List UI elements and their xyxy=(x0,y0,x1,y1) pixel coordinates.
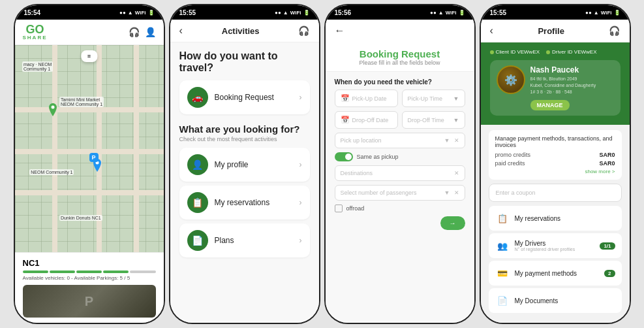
payment-badge: 2 xyxy=(604,270,615,277)
phone-profile: 15:55 ●● ▲ WiFi 🔋 ‹ Profile 🎧 Client ID … xyxy=(480,4,631,324)
back-button-3[interactable]: ← xyxy=(335,25,345,37)
destinations-field[interactable]: Destinations ✕ xyxy=(335,165,465,181)
profile-name: Nash Paucek xyxy=(530,65,614,74)
pickup-location-label: Pick up location xyxy=(341,137,382,144)
dropoff-time-label: Drop-Off Time xyxy=(408,117,444,123)
area-name: NC1 xyxy=(23,258,156,268)
time-3: 15:56 xyxy=(335,9,352,16)
user-icon[interactable]: 👤 xyxy=(145,27,156,37)
chevron-icon-1: › xyxy=(299,93,302,102)
pickup-date-field[interactable]: 📅 Pick-Up Date xyxy=(335,90,398,107)
my-profile-item[interactable]: 👤 My profile › xyxy=(179,148,310,182)
clear-icon-dest[interactable]: ✕ xyxy=(454,170,459,176)
payment-icon: 💳 xyxy=(495,266,510,280)
pickup-time-label: Pick-Up Time xyxy=(408,95,443,102)
dropoff-date-field[interactable]: 📅 Drop-Off Date xyxy=(335,111,398,129)
calendar-icon-1: 📅 xyxy=(341,94,350,103)
show-more[interactable]: show more > xyxy=(495,169,615,174)
svg-point-0 xyxy=(51,105,54,108)
driver-dot xyxy=(546,50,550,54)
clear-icon-pickup[interactable]: ✕ xyxy=(454,137,459,144)
coupon-field[interactable]: Enter a coupon xyxy=(489,184,622,202)
destinations-label: Destinations xyxy=(341,170,373,176)
map-area[interactable]: macy · NEOMCommunity 1 Tamimi Mini Marke… xyxy=(15,45,164,252)
map-pin-1[interactable] xyxy=(48,103,58,116)
coupon-placeholder: Enter a coupon xyxy=(496,189,536,196)
pickup-time-field[interactable]: Pick-Up Time ▼ xyxy=(402,90,465,107)
offroad-row: offroad xyxy=(335,205,465,212)
date-row-pickup: 📅 Pick-Up Date Pick-Up Time ▼ xyxy=(335,90,465,107)
booking-request-left: 🚗 Booking Request xyxy=(187,87,274,108)
passengers-label: Select number of passengers xyxy=(341,189,417,196)
section1-heading: How do you want to travel? xyxy=(179,50,310,74)
road-h1 xyxy=(15,107,164,112)
plans-icon: 📄 xyxy=(187,230,208,251)
same-as-pickup-toggle[interactable] xyxy=(335,152,353,161)
drivers-sublabel: N° of registered driver profiles xyxy=(515,247,575,252)
clear-icon-passengers[interactable]: ✕ xyxy=(454,189,459,196)
bottom-panel: NC1 Available vehicles: 0 - Available Pa… xyxy=(15,252,164,323)
what-sub: Check out the most frequent activities xyxy=(179,136,310,142)
my-reservations-item[interactable]: 📋 My reservations › xyxy=(179,186,310,220)
passengers-field[interactable]: Select number of passengers ▼ ✕ xyxy=(335,185,465,201)
my-reservations-left-4: 📋 My reservations xyxy=(495,211,561,225)
client-id-text: Client ID VEWwEX xyxy=(496,49,540,55)
my-reservations-icon: 📋 xyxy=(187,192,208,213)
booking-title-section: Booking Request Please fill in all the f… xyxy=(326,42,474,72)
profile-card: ⚙️ Nash Paucek 84 tfd tk, Bloutton 2049K… xyxy=(490,60,621,116)
status-icons-3: ●● ▲ WiFi 🔋 xyxy=(430,10,465,16)
bar-seg-3 xyxy=(76,271,102,273)
payment-methods-menu-item[interactable]: 💳 My payment methods 2 xyxy=(489,261,622,286)
booking-nav-header: ← xyxy=(326,20,474,42)
my-documents-menu-item[interactable]: 📄 My Documents xyxy=(489,288,622,313)
profile-body: Manage payment methods, transactions, an… xyxy=(481,125,630,323)
phone-map: 15:54 ●● ▲ WiFi 🔋 GO SHARE 🎧 👤 xyxy=(14,4,165,324)
chevron-icon-2: › xyxy=(299,160,302,169)
reservations-label: My reservations xyxy=(515,215,561,222)
plans-left: 📄 Plans xyxy=(187,230,234,251)
activities-body: How do you want to travel? 🚗 Booking Req… xyxy=(170,42,319,323)
headphone-icon[interactable]: 🎧 xyxy=(129,27,140,37)
map-label-macy: macy · NEOMCommunity 1 xyxy=(22,61,54,72)
my-drivers-menu-item[interactable]: 👥 My Drivers N° of registered driver pro… xyxy=(489,233,622,258)
paid-label: paid credits xyxy=(495,160,525,167)
avatar: ⚙️ xyxy=(497,65,525,94)
client-dot xyxy=(490,50,494,54)
back-button-4[interactable]: ‹ xyxy=(490,25,493,37)
avail-text: Available vehicles: 0 - Available Parkin… xyxy=(23,275,156,281)
dropoff-time-field[interactable]: Drop-Off Time ▼ xyxy=(402,111,465,129)
filter-icon: ≡ xyxy=(87,53,91,59)
time-4: 15:55 xyxy=(490,9,507,16)
my-reservations-menu-item[interactable]: 📋 My reservations xyxy=(489,206,622,231)
promo-value: SAR0 xyxy=(599,152,615,158)
payment-left: 💳 My payment methods xyxy=(495,266,577,280)
reservations-icon: 📋 xyxy=(495,211,510,225)
booking-request-label: Booking Request xyxy=(215,93,274,102)
paid-credits-row: paid credits SAR0 xyxy=(495,160,615,167)
manage-button[interactable]: MANAGE xyxy=(530,100,570,110)
headphone-icon-2[interactable]: 🎧 xyxy=(298,25,309,36)
drivers-right: 1/1 xyxy=(600,242,615,250)
phone4-content: ‹ Profile 🎧 Client ID VEWwEX Driver ID V… xyxy=(481,20,630,323)
promo-credits-row: promo credits SAR0 xyxy=(495,152,615,158)
road-h2 xyxy=(15,149,164,154)
vehicle-bar xyxy=(23,271,156,273)
booking-request-item[interactable]: 🚗 Booking Request › xyxy=(179,80,310,114)
plans-item[interactable]: 📄 Plans › xyxy=(179,223,310,257)
same-as-pickup-label: Same as pickup xyxy=(357,154,399,160)
go-share-logo: GO SHARE xyxy=(23,24,48,41)
dropoff-date-label: Drop-Off Date xyxy=(352,117,389,123)
map-label-dunkin: Dunkin Donuts NC1 xyxy=(59,215,102,221)
back-button-2[interactable]: ‹ xyxy=(179,25,183,37)
filter-button[interactable]: ≡ xyxy=(81,50,97,62)
booking-subtitle: Please fill in all the fields below xyxy=(335,59,465,66)
pickup-location-field[interactable]: Pick up location ▼ ✕ xyxy=(335,133,465,148)
status-icons-1: ●● ▲ WiFi 🔋 xyxy=(119,10,154,16)
bar-seg-5 xyxy=(130,271,155,273)
offroad-checkbox[interactable] xyxy=(335,205,343,212)
map-label-neom: NEOM Community 1 xyxy=(29,169,74,175)
time-1: 15:54 xyxy=(24,9,41,16)
headphone-icon-4[interactable]: 🎧 xyxy=(609,25,620,36)
status-bar-3: 15:56 ●● ▲ WiFi 🔋 xyxy=(326,5,474,20)
next-button[interactable]: → xyxy=(440,216,465,230)
